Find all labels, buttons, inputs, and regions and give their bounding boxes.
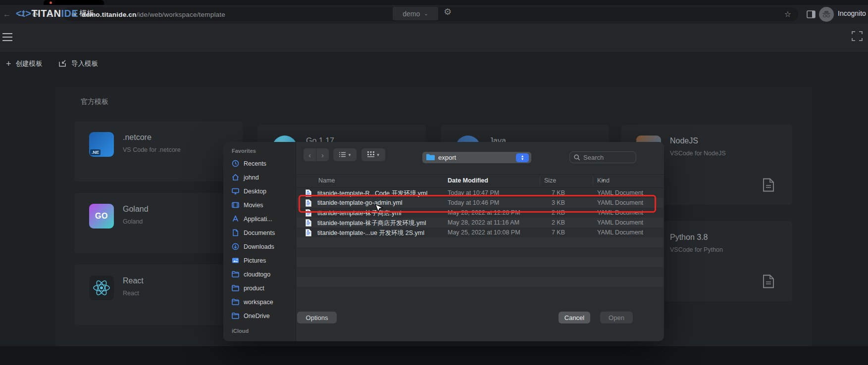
empty-list-row — [297, 267, 663, 277]
sidebar-item-documents[interactable]: Documents — [223, 226, 296, 240]
bookmark-star-icon[interactable]: ☆ — [784, 9, 791, 19]
current-folder-dropdown[interactable]: export ▴▾ — [422, 152, 531, 163]
workspace-name: demo — [403, 10, 420, 18]
sidebar-item-label: Desktop — [244, 188, 266, 195]
yaml-file-icon — [306, 219, 311, 226]
folder-stepper-icon[interactable]: ▴▾ — [516, 153, 529, 162]
import-template-button[interactable]: 导入模板 — [58, 57, 98, 71]
file-row[interactable]: titanide-template-袜子商店开发环境.ymlMay 28, 20… — [297, 218, 663, 228]
template-card-title: NodeJS — [670, 137, 698, 145]
open-button[interactable]: Open — [600, 312, 633, 323]
folder-icon — [232, 271, 240, 278]
sidebar-item-applicati-[interactable]: Applicati... — [223, 212, 296, 226]
empty-list-row — [297, 247, 663, 257]
template-card-subtitle: VSCode for NodeJS — [670, 150, 726, 157]
sidebar-item-label: product — [244, 285, 264, 292]
search-input[interactable]: Search — [569, 151, 636, 163]
create-template-label: 创建模板 — [16, 59, 43, 68]
annotation-highlight-box — [299, 195, 656, 213]
desktop-icon — [232, 187, 240, 195]
sidebar-item-downloads[interactable]: Downloads — [223, 240, 296, 254]
file-open-dialog: Favorites RecentsjohndDesktopMoviesAppli… — [223, 142, 664, 341]
chevron-down-icon: ⌄ — [424, 11, 428, 16]
group-view-button[interactable]: ▾ — [361, 148, 385, 161]
column-size[interactable]: Size — [544, 177, 556, 184]
sidebar-item-label: workspace — [244, 299, 273, 306]
sidebar-item-label: Applicati... — [244, 216, 272, 223]
folder-icon — [426, 153, 435, 162]
template-card-netcore[interactable]: .NE.netcoreVS Code for .netcore — [74, 121, 243, 182]
template-card-title: .netcore — [123, 133, 152, 142]
incognito-avatar-icon[interactable] — [819, 7, 834, 22]
sidebar-item-label: Downloads — [244, 243, 274, 250]
back-icon[interactable]: ← — [1, 8, 13, 20]
search-placeholder: Search — [583, 154, 604, 161]
browser-tab-strip — [0, 0, 868, 5]
sidebar-item-johnd[interactable]: johnd — [223, 171, 296, 184]
template-card-react[interactable]: ReactReact — [74, 265, 243, 325]
side-panel-icon[interactable] — [806, 9, 816, 19]
options-button[interactable]: Options — [297, 312, 337, 323]
create-template-button[interactable]: + 创建模板 — [6, 57, 43, 71]
settings-gear-icon[interactable]: ⚙ — [444, 6, 452, 17]
column-kind[interactable]: Kind — [597, 177, 610, 184]
mouse-cursor — [375, 204, 384, 214]
icloud-label: iCloud — [232, 328, 296, 334]
netcore-icon: .NE — [89, 132, 114, 157]
column-divider[interactable] — [540, 177, 540, 185]
sidebar-item-movies[interactable]: Movies — [223, 198, 296, 212]
folder-icon — [232, 298, 240, 306]
menu-icon[interactable] — [2, 33, 13, 42]
pictures-icon — [232, 257, 240, 265]
sidebar-item-onedrive[interactable]: OneDrive — [223, 309, 296, 323]
sidebar-item-cloudtogo[interactable]: cloudtogo — [223, 268, 296, 281]
logo-ide: IDE — [61, 8, 78, 19]
sidebar-item-label: Pictures — [244, 257, 266, 264]
file-kind: YAML Document — [597, 219, 643, 226]
sidebar-item-product[interactable]: product — [223, 281, 296, 295]
template-card-subtitle: React — [123, 290, 139, 297]
dialog-sidebar-items: RecentsjohndDesktopMoviesApplicati...Doc… — [223, 157, 296, 323]
workspace-selector[interactable]: demo ⌄ — [393, 7, 438, 20]
search-icon — [574, 154, 580, 161]
list-view-button[interactable]: ▾ — [333, 148, 357, 161]
dialog-forward-button[interactable]: › — [316, 148, 329, 161]
screen: ← → ⟳ ⌂ demo.titanide.cn/ide/web/workspa… — [0, 0, 868, 365]
sidebar-item-pictures[interactable]: Pictures — [223, 254, 296, 268]
sidebar-item-label: cloudtogo — [244, 271, 270, 278]
file-date-modified: May 28, 2022 at 11:16 AM — [448, 219, 519, 226]
import-icon — [58, 59, 67, 69]
column-divider[interactable] — [593, 177, 593, 185]
url-path: /ide/web/workspace/template — [136, 11, 225, 18]
logo-titan: TITAN — [32, 8, 61, 19]
template-card-title: Goland — [123, 205, 149, 214]
plus-icon: + — [6, 59, 11, 68]
page-title: 模板 — [79, 0, 94, 27]
file-name: titanide-template-袜子商店开发环境.yml — [317, 219, 426, 228]
page-footer-band — [0, 346, 868, 365]
folder-icon — [232, 312, 240, 320]
app-logo[interactable]: <t>TITANIDE — [16, 0, 78, 27]
file-row[interactable]: titanide-template-...ue 开发环境 2S.ymlMay 2… — [297, 228, 663, 237]
cancel-button[interactable]: Cancel — [559, 312, 590, 323]
template-card-goland[interactable]: GOGolandGoland — [74, 193, 243, 253]
yaml-file-icon — [306, 229, 311, 236]
column-name[interactable]: Name — [318, 177, 335, 184]
sidebar-item-recents[interactable]: Recents — [223, 157, 296, 171]
sidebar-item-desktop[interactable]: Desktop — [223, 184, 296, 198]
download-icon — [232, 243, 240, 251]
column-date-modified[interactable]: Date Modified — [448, 177, 488, 184]
template-card-title: React — [123, 276, 144, 285]
dialog-back-button[interactable]: ‹ — [304, 148, 316, 161]
group-view-icon — [367, 151, 374, 158]
fullscreen-icon[interactable] — [852, 31, 863, 41]
sidebar-item-label: Documents — [244, 229, 275, 236]
sidebar-item-workspace[interactable]: workspace — [223, 295, 296, 309]
logo-prefix: <t> — [16, 8, 32, 19]
empty-list-row — [297, 277, 663, 287]
apps-icon — [232, 215, 240, 223]
file-size: 7 KB — [519, 229, 565, 236]
chevron-down-icon: ▾ — [349, 152, 351, 157]
template-card-subtitle: VS Code for .netcore — [123, 146, 181, 153]
favorites-label: Favorites — [232, 148, 296, 154]
